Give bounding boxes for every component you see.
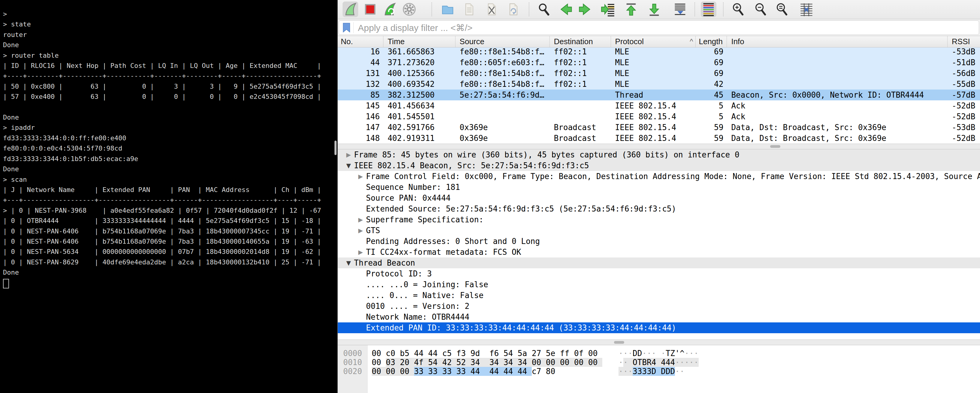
resize-columns-icon xyxy=(799,2,814,16)
list-detail-splitter[interactable] xyxy=(338,144,980,149)
packet-row-147[interactable]: 147402.5917660x369eBroadcastIEEE 802.15.… xyxy=(338,122,980,133)
cell-time: 401.456634 xyxy=(383,101,455,111)
column-header-source[interactable]: Source xyxy=(455,36,550,47)
go-forward-button[interactable] xyxy=(577,2,592,17)
display-filter-input[interactable]: Apply a display filter ... <⌘/> xyxy=(339,21,979,35)
cell-rssi: -52dB xyxy=(948,111,980,122)
stop-capture-button[interactable] xyxy=(363,2,378,17)
go-to-packet-icon xyxy=(600,2,615,16)
detail-row[interactable]: ▶Frame 85: 45 bytes on wire (360 bits), … xyxy=(338,149,980,160)
terminal-pane[interactable]: > > state router Done > router table | I… xyxy=(0,0,337,393)
column-header-info[interactable]: Info xyxy=(727,36,948,47)
reload-file-button[interactable] xyxy=(505,2,521,17)
column-header-length[interactable]: Length xyxy=(696,36,727,47)
chevron-collapsed-icon[interactable]: ▶ xyxy=(355,216,366,223)
scrollbar-thumb[interactable] xyxy=(770,145,780,148)
toolbar-separator xyxy=(529,2,529,16)
packet-row-132[interactable]: 132400.693542fe80::f8e1:54b8:f…ff02::1ML… xyxy=(338,79,980,89)
scrollbar-thumb[interactable] xyxy=(614,341,624,344)
packet-row-148[interactable]: 148402.9193110x369eBroadcastIEEE 802.15.… xyxy=(338,133,980,144)
resize-columns-button[interactable] xyxy=(799,2,814,17)
close-file-button[interactable] xyxy=(484,2,499,17)
cell-length: 45 xyxy=(696,89,727,101)
column-header-rssi[interactable]: RSSI xyxy=(948,36,980,47)
chevron-collapsed-icon[interactable]: ▶ xyxy=(355,248,366,256)
packet-row-16[interactable]: 16361.665863fe80::f8e1:54b8:f…ff02::1MLE… xyxy=(338,48,980,57)
cell-info xyxy=(727,79,948,89)
cell-time: 400.125366 xyxy=(383,68,455,79)
detail-row[interactable]: ▼Thread Beacon xyxy=(338,257,980,268)
cell-no: 145 xyxy=(338,101,383,111)
column-label: Time xyxy=(388,37,405,46)
detail-row[interactable]: .... 0... = Native: False xyxy=(338,290,980,301)
column-header-no[interactable]: No. xyxy=(338,36,383,47)
detail-row[interactable]: Sequence Number: 181 xyxy=(338,182,980,193)
detail-hex-splitter[interactable] xyxy=(338,340,980,345)
cell-rssi: -52dB xyxy=(948,133,980,144)
detail-text: .... ...0 = Joining: False xyxy=(366,280,488,289)
go-to-last-button[interactable] xyxy=(646,2,662,17)
chevron-collapsed-icon[interactable]: ▶ xyxy=(343,151,354,158)
packet-row-146[interactable]: 146401.545501IEEE 802.15.45Ack-52dB xyxy=(338,111,980,122)
terminal-output: > > state router Done > router table | I… xyxy=(0,0,337,278)
chevron-expanded-icon[interactable]: ▼ xyxy=(343,259,354,267)
detail-row[interactable]: Extended Source: 5e:27:5a:54:f6:9d:f3:c5… xyxy=(338,203,980,214)
chevron-collapsed-icon[interactable]: ▶ xyxy=(355,227,366,234)
detail-row[interactable]: Protocol ID: 3 xyxy=(338,268,980,279)
detail-row[interactable]: Source PAN: 0x4444 xyxy=(338,193,980,203)
screen: > > state router Done > router table | I… xyxy=(0,0,980,393)
detail-row[interactable]: ▶Superframe Specification: xyxy=(338,214,980,225)
detail-row[interactable]: ▶Frame Control Field: 0xc000, Frame Type… xyxy=(338,171,980,182)
go-back-button[interactable] xyxy=(558,2,574,17)
auto-scroll-button[interactable] xyxy=(672,2,688,17)
detail-row[interactable]: ▶GTS xyxy=(338,225,980,236)
cell-destination: ff02::1 xyxy=(550,57,611,68)
hex-dump-pane[interactable]: 000000c0b54444c5f39df6545a275eff0f00···D… xyxy=(338,345,980,393)
go-to-first-button[interactable] xyxy=(623,2,639,17)
cell-source: fe80::f8e1:54b8:f… xyxy=(455,48,550,57)
start-capture-button[interactable] xyxy=(342,2,358,17)
save-file-button[interactable] xyxy=(461,2,477,17)
detail-row[interactable]: Extended PAN ID: 33:33:33:33:44:44:44:44… xyxy=(338,323,980,333)
cell-source: 0x369e xyxy=(455,133,550,144)
chevron-collapsed-icon[interactable]: ▶ xyxy=(355,173,366,180)
terminal-scrollbar[interactable] xyxy=(334,141,337,155)
zoom-out-button[interactable] xyxy=(753,2,768,17)
cell-destination: ff02::1 xyxy=(550,68,611,79)
cell-protocol: IEEE 802.15.4 xyxy=(611,101,696,111)
restart-capture-button[interactable] xyxy=(382,2,398,17)
hex-row-0010[interactable]: 00100003204f544252343434340000000000·· O… xyxy=(338,358,980,367)
cell-length: 5 xyxy=(696,111,727,122)
cell-destination: ff02::1 xyxy=(550,79,611,89)
column-header-protocol[interactable]: Protocol^ xyxy=(611,36,696,47)
bookmark-icon[interactable] xyxy=(341,22,352,33)
detail-row[interactable]: ▶TI CC24xx-format metadata: FCS OK xyxy=(338,247,980,257)
hex-row-0000[interactable]: 000000c0b54444c5f39df6545a275eff0f00···D… xyxy=(338,349,980,358)
find-packet-button[interactable] xyxy=(536,2,552,17)
detail-row[interactable]: Network Name: OTBR4444 xyxy=(338,312,980,323)
open-file-button[interactable] xyxy=(440,2,455,17)
capture-options-button[interactable] xyxy=(401,2,417,17)
column-header-destination[interactable]: Destination xyxy=(550,36,611,47)
hex-row-0020[interactable]: 00200000003333333344444444c780···3333D D… xyxy=(338,367,980,376)
packet-row-85[interactable]: 85382.3125005e:27:5a:54:f6:9d…Thread45Be… xyxy=(338,89,980,101)
cell-rssi: -51dB xyxy=(948,57,980,68)
cell-protocol: IEEE 802.15.4 xyxy=(611,133,696,144)
chevron-expanded-icon[interactable]: ▼ xyxy=(343,162,354,169)
colorize-button[interactable] xyxy=(701,2,716,17)
zoom-100-button[interactable] xyxy=(774,2,790,17)
detail-row[interactable]: Pending Addresses: 0 Short and 0 Long xyxy=(338,236,980,247)
packet-row-44[interactable]: 44371.273620fe80::605f:e603:f…ff02::1MLE… xyxy=(338,57,980,68)
cell-source: fe80::f8e1:54b8:f… xyxy=(455,68,550,79)
detail-row[interactable]: .... ...0 = Joining: False xyxy=(338,279,980,290)
go-to-packet-button[interactable] xyxy=(600,2,616,17)
detail-text: Extended Source: 5e:27:5a:54:f6:9d:f3:c5… xyxy=(366,204,676,213)
colorize-icon xyxy=(702,2,716,16)
packet-row-145[interactable]: 145401.456634IEEE 802.15.45Ack-52dB xyxy=(338,101,980,111)
packet-row-131[interactable]: 131400.125366fe80::f8e1:54b8:f…ff02::1ML… xyxy=(338,68,980,79)
detail-row[interactable]: ▼IEEE 802.15.4 Beacon, Src: 5e:27:5a:54:… xyxy=(338,160,980,171)
detail-row[interactable]: 0010 .... = Version: 2 xyxy=(338,301,980,312)
cell-length: 59 xyxy=(696,122,727,133)
zoom-in-button[interactable] xyxy=(730,2,746,17)
column-header-time[interactable]: Time xyxy=(383,36,455,47)
